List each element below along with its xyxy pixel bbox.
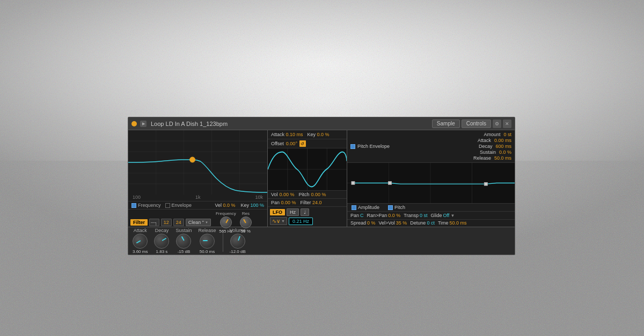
main-content: 100 1k 10k Frequency Envelope Vel 0.0 % xyxy=(128,130,515,227)
synth-window: Loop LD In A Dish 1_123bpm Sample Contro… xyxy=(128,117,515,255)
attack-val: 0.10 ms xyxy=(286,132,303,137)
hz-button[interactable]: Hz xyxy=(287,208,299,216)
glide-val: Off xyxy=(443,213,450,218)
time-param: Time 50.0 ms xyxy=(438,220,467,226)
controls-button[interactable]: Controls xyxy=(462,120,491,128)
vel-label: Vel 0.0 % xyxy=(215,203,235,208)
frequency-checkbox[interactable] xyxy=(131,203,136,208)
key-label: Key 100 % xyxy=(240,203,264,208)
filter-graph xyxy=(128,130,267,195)
filter-bottom-row: Filter ─┐ 12 24 Clean " Frequency 565 Hz… xyxy=(128,209,267,235)
release-env-knob[interactable] xyxy=(200,234,215,249)
lfo-wave-row: ∿∨ ▼ 0.21 Hz xyxy=(270,217,345,225)
spread-param: Spread 0 % xyxy=(350,220,376,226)
pitch-params-row1: Pan C Ran>Pan 0.0 % Transp 0 st Glide Of… xyxy=(347,211,515,219)
res-knob-group: Res 59 % xyxy=(240,211,252,234)
release-row-pitch: Release 50.0 ms xyxy=(473,155,511,161)
sustain-row-pitch: Sustain 0.0 % xyxy=(473,150,511,155)
res-knob[interactable] xyxy=(240,216,252,228)
freq-label-10k: 10k xyxy=(255,195,263,200)
svg-point-9 xyxy=(190,157,195,162)
attack-row-pitch: Attack 0.00 ms xyxy=(473,138,511,143)
freq-label-1k: 1k xyxy=(195,195,201,200)
title-dot xyxy=(131,121,137,126)
pitch-checkbox[interactable] xyxy=(388,205,393,210)
detune-param: Detune 0 ct xyxy=(410,220,435,226)
lfo-waveform-graph xyxy=(268,148,347,190)
amplitude-label-group: Amplitude xyxy=(352,205,379,210)
close-icon[interactable]: ✕ xyxy=(503,120,511,128)
envelope-checkbox-label[interactable]: Envelope xyxy=(165,203,192,208)
settings-icon[interactable]: ⚙ xyxy=(493,120,501,128)
filter-info: Filter 24.0 xyxy=(301,200,322,205)
envelope-checkbox[interactable] xyxy=(165,203,170,208)
pitch-section: Pitch Envelope Amount 0 st Attack 0.00 m… xyxy=(347,130,515,227)
lfo-pitch-val: 0.00 % xyxy=(311,192,326,197)
offset-val: 0.00° xyxy=(286,141,297,146)
pan-val: 0.00 % xyxy=(281,200,296,205)
velvol-val: 35 % xyxy=(396,220,407,226)
title-bar: Loop LD In A Dish 1_123bpm Sample Contro… xyxy=(128,117,515,130)
detune-val: 0 ct xyxy=(427,220,435,226)
vol-val: 0.00 % xyxy=(280,192,295,197)
note-button[interactable]: ♩ xyxy=(301,208,309,216)
pitch-decay-val: 600 ms xyxy=(495,144,511,149)
pitch-right-vals: Amount 0 st Attack 0.00 ms Decay 600 ms … xyxy=(473,132,511,161)
pitch-env-checkbox[interactable] xyxy=(350,144,355,149)
vel-val: 0.0 % xyxy=(223,203,235,208)
filter-label-box: Filter xyxy=(130,219,148,226)
pitch-attack-val: 0.00 ms xyxy=(494,138,511,143)
frequency-checkbox-label[interactable]: Frequency xyxy=(131,203,161,208)
pan-info: Pan 0.00 % xyxy=(271,200,296,205)
pitch-release-val: 50.0 ms xyxy=(494,155,511,161)
attack-label: Attack 0.10 ms xyxy=(271,132,303,137)
filter-controls-row: Frequency Envelope Vel 0.0 % Key 100 % xyxy=(128,201,267,209)
filter-x-labels: 100 1k 10k xyxy=(128,195,267,201)
vel-text: Vel xyxy=(215,203,222,208)
num-box-24[interactable]: 24 xyxy=(173,219,184,226)
shape-arrow: ─┐ xyxy=(151,220,158,225)
freq-label-100: 100 xyxy=(133,195,141,200)
lfo-label-box: LFO xyxy=(270,209,285,215)
rate-display[interactable]: 0.21 Hz xyxy=(289,218,313,225)
ranpan-param: Ran>Pan 0.0 % xyxy=(367,213,401,218)
pitch-label-group: Pitch xyxy=(388,205,405,210)
clean-dropdown[interactable]: Clean " xyxy=(186,219,211,226)
glide-param: Glide Off ▼ xyxy=(431,213,455,218)
attack-env-knob[interactable] xyxy=(133,234,148,249)
filter-val: 24.0 xyxy=(312,200,322,205)
frequency-knob[interactable] xyxy=(220,216,232,228)
sample-button[interactable]: Sample xyxy=(432,120,460,128)
play-button[interactable] xyxy=(140,121,147,127)
attack-env-val: 3.60 ms xyxy=(133,249,148,254)
window-title: Loop LD In A Dish 1_123bpm xyxy=(151,121,432,127)
spread-val: 0 % xyxy=(367,220,376,226)
decay-env-knob[interactable] xyxy=(154,234,169,249)
offset-sync-btn[interactable]: ↺ xyxy=(299,140,306,147)
num-box-12[interactable]: 12 xyxy=(161,219,172,226)
volume-env-knob[interactable] xyxy=(230,234,245,249)
amplitude-label: Amplitude xyxy=(358,205,379,210)
wave-shape-selector[interactable]: ∿∨ ▼ xyxy=(270,217,287,225)
wave-shape: ∿∨ xyxy=(272,218,280,224)
freq-knob-val: 565 Hz xyxy=(219,229,232,234)
pitch-header: Pitch Envelope Amount 0 st Attack 0.00 m… xyxy=(347,130,515,163)
time-val: 50.0 ms xyxy=(450,220,467,226)
envelope-label: Envelope xyxy=(172,203,192,208)
sustain-env-knob[interactable] xyxy=(176,234,191,249)
svg-rect-20 xyxy=(352,182,355,185)
freq-knob-label: Frequency xyxy=(216,211,236,216)
amount-val: 0 st xyxy=(503,132,511,137)
decay-env-val: 1.83 s xyxy=(156,249,168,254)
res-knob-val: 59 % xyxy=(241,229,251,234)
key-text: Key xyxy=(240,203,249,208)
amplitude-checkbox[interactable] xyxy=(352,205,356,210)
lfo-key-val: 0.0 % xyxy=(317,132,330,137)
pan-param-val: C xyxy=(360,213,364,218)
lfo-key-label: Key 0.0 % xyxy=(308,132,330,137)
lfo-top-controls: LFO Hz ♩ xyxy=(270,208,345,216)
frequency-knob-group: Frequency 565 Hz xyxy=(216,211,236,234)
pan-param: Pan C xyxy=(350,213,364,218)
frequency-label: Frequency xyxy=(138,203,161,208)
pitch-env-label: Pitch Envelope xyxy=(357,144,390,149)
